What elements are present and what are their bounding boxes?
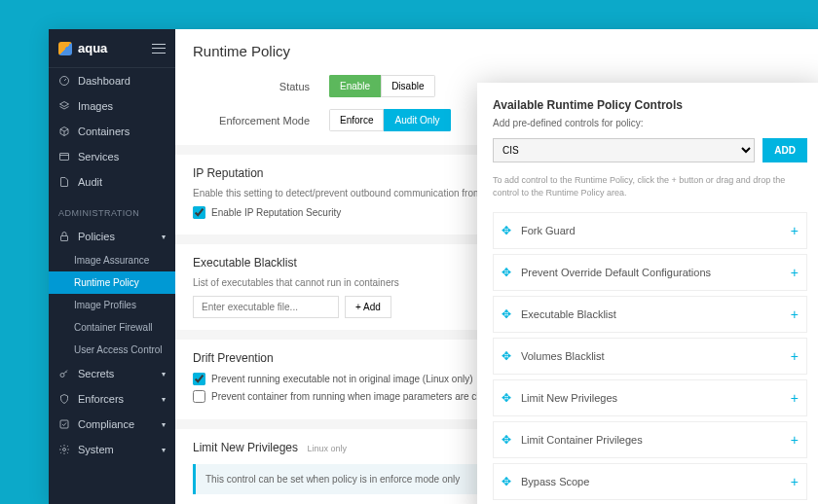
- chevron-down-icon: ▾: [162, 395, 166, 404]
- control-label: Limit Container Privileges: [521, 434, 643, 446]
- sidebar-subitem-runtime-policy[interactable]: Runtime Policy: [49, 271, 175, 294]
- gear-icon: [58, 444, 70, 455]
- drag-icon: ✥: [502, 349, 511, 363]
- svg-rect-2: [61, 236, 68, 241]
- drag-icon: ✥: [502, 266, 511, 279]
- drift-check2[interactable]: [193, 390, 205, 403]
- sidebar-item-compliance[interactable]: Compliance▾: [49, 412, 175, 437]
- control-label: Prevent Override Default Configurations: [521, 267, 711, 278]
- controls-panel: Available Runtime Policy Controls Add pr…: [477, 83, 818, 504]
- chevron-down-icon: ▾: [162, 446, 166, 454]
- gauge-icon: [58, 75, 70, 87]
- control-item-executable-blacklist[interactable]: ✥Executable Blacklist+: [493, 296, 807, 333]
- sidebar-subitem-container-firewall[interactable]: Container Firewall: [49, 316, 175, 339]
- brand-text: aqua: [78, 41, 152, 55]
- chevron-down-icon: ▾: [162, 370, 166, 378]
- brand-bar: aqua: [49, 29, 175, 68]
- control-item-fork-guard[interactable]: ✥Fork Guard+: [493, 212, 807, 249]
- panel-dropdown-row: CIS ADD: [493, 138, 807, 162]
- control-label: Fork Guard: [521, 225, 576, 236]
- plus-icon[interactable]: +: [791, 306, 799, 322]
- panel-subtitle: Add pre-defined controls for policy:: [493, 118, 807, 128]
- linux-tag: Linux only: [307, 444, 347, 453]
- controls-dropdown[interactable]: CIS: [493, 138, 755, 162]
- sidebar-item-services[interactable]: Services: [49, 144, 175, 169]
- drift-check1[interactable]: [193, 373, 205, 385]
- control-item-limit-new-privileges[interactable]: ✥Limit New Privileges+: [493, 379, 807, 416]
- nav-label: Secrets: [78, 368, 114, 379]
- drag-icon: ✥: [502, 475, 511, 488]
- sidebar-subitem-user-access-control[interactable]: User Access Control: [49, 339, 175, 361]
- enable-button[interactable]: Enable: [329, 75, 381, 97]
- control-item-volumes-blacklist[interactable]: ✥Volumes Blacklist+: [493, 338, 807, 375]
- nav-label: Images: [78, 100, 113, 112]
- nav-label: Compliance: [78, 418, 134, 430]
- key-icon: [58, 368, 70, 379]
- status-toggle: Enable Disable: [329, 75, 435, 97]
- sidebar-item-audit[interactable]: Audit: [49, 169, 175, 195]
- nav-label: Containers: [78, 126, 130, 137]
- audit-only-button[interactable]: Audit Only: [384, 109, 450, 131]
- control-item-limit-container-privileges[interactable]: ✥Limit Container Privileges+: [493, 421, 807, 458]
- add-control-button[interactable]: ADD: [762, 138, 807, 162]
- drag-icon: ✥: [502, 391, 511, 405]
- plus-icon[interactable]: +: [791, 432, 799, 448]
- plus-icon[interactable]: +: [791, 223, 799, 238]
- nav-label: Services: [78, 151, 119, 162]
- sidebar-item-dashboard[interactable]: Dashboard: [49, 68, 175, 93]
- nav-label: Enforcers: [78, 393, 124, 405]
- executable-input[interactable]: [193, 296, 339, 318]
- sidebar-item-policies[interactable]: Policies ▾: [49, 224, 175, 249]
- ip-rep-checkbox[interactable]: [193, 206, 205, 219]
- drag-icon: ✥: [502, 433, 511, 447]
- sidebar-item-system[interactable]: System▾: [49, 437, 175, 462]
- drag-icon: ✥: [502, 307, 511, 321]
- cube-icon: [58, 126, 70, 137]
- chevron-down-icon: ▾: [162, 233, 166, 241]
- plus-icon[interactable]: +: [791, 474, 799, 489]
- drag-icon: ✥: [502, 224, 511, 237]
- sidebar-item-enforcers[interactable]: Enforcers▾: [49, 386, 175, 412]
- svg-point-5: [63, 449, 66, 451]
- sidebar-item-images[interactable]: Images: [49, 93, 175, 119]
- control-label: Bypass Scope: [521, 476, 589, 487]
- nav-label: Audit: [78, 176, 102, 188]
- hamburger-icon[interactable]: [152, 44, 166, 54]
- panel-title: Available Runtime Policy Controls: [493, 98, 807, 112]
- plus-icon[interactable]: +: [791, 390, 799, 406]
- lock-icon: [58, 231, 70, 242]
- status-label: Status: [193, 81, 329, 92]
- sidebar-item-containers[interactable]: Containers: [49, 119, 175, 144]
- enforcement-label: Enforcement Mode: [193, 115, 329, 126]
- control-label: Volumes Blacklist: [521, 350, 605, 362]
- checkbox-label: Prevent container from running when imag…: [211, 391, 509, 402]
- disable-button[interactable]: Disable: [381, 75, 434, 97]
- sidebar-subitem-image-profiles[interactable]: Image Profiles: [49, 294, 175, 316]
- add-executable-button[interactable]: + Add: [345, 296, 391, 318]
- sidebar-subitem-image-assurance[interactable]: Image Assurance: [49, 249, 175, 271]
- shield-icon: [58, 393, 70, 405]
- window-icon: [58, 151, 70, 162]
- nav-label: System: [78, 444, 114, 455]
- enforcement-toggle: Enforce Audit Only: [329, 109, 451, 131]
- check-icon: [58, 418, 70, 430]
- control-item-bypass-scope[interactable]: ✥Bypass Scope+: [493, 463, 807, 500]
- plus-icon[interactable]: +: [791, 265, 799, 280]
- plus-icon[interactable]: +: [791, 348, 799, 364]
- admin-section-label: ADMINISTRATION: [49, 195, 175, 224]
- checkbox-label: Prevent running executable not in origin…: [211, 374, 473, 384]
- svg-rect-4: [60, 420, 68, 428]
- sidebar: aqua DashboardImagesContainersServicesAu…: [49, 29, 175, 504]
- checkbox-label: Enable IP Reputation Security: [211, 207, 341, 218]
- enforce-button[interactable]: Enforce: [329, 109, 384, 131]
- sidebar-item-secrets[interactable]: Secrets▾: [49, 361, 175, 386]
- nav-label: Dashboard: [78, 75, 130, 87]
- page-title: Runtime Policy: [175, 29, 818, 69]
- doc-icon: [58, 176, 70, 188]
- main-content: Runtime Policy Status Enable Disable Enf…: [175, 29, 818, 504]
- nav-label: Policies: [78, 231, 115, 242]
- svg-point-3: [60, 374, 64, 378]
- control-label: Executable Blacklist: [521, 308, 616, 320]
- svg-rect-1: [60, 154, 69, 161]
- control-item-prevent-override-default-configurations[interactable]: ✥Prevent Override Default Configurations…: [493, 254, 807, 291]
